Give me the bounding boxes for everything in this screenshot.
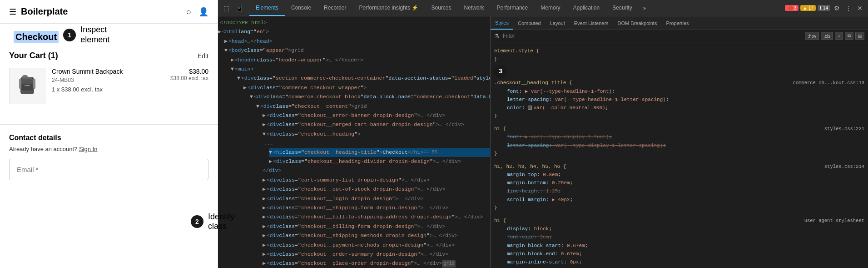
css-rule-headings: h1, h2, h3, h4, h5, h6 { styles.css:214 … bbox=[494, 160, 864, 212]
hamburger-icon[interactable]: ☰ bbox=[9, 7, 16, 17]
devtools-topbar: ⬚ 📱 Elements Console Recorder Performanc… bbox=[218, 0, 868, 16]
tab-security[interactable]: Security bbox=[606, 0, 638, 16]
account-icon[interactable]: 👤 bbox=[198, 7, 208, 17]
heading-title-source[interactable]: commerce-ch...kout.css:13 bbox=[793, 79, 864, 87]
css-prop-h1-font: font: ▶ var(--type-display-1-font); bbox=[501, 133, 864, 141]
elements-tree[interactable]: <!DOCTYPE html> ▶<html lang="en"> ▶<head… bbox=[218, 16, 490, 268]
styles-content: element.style { } 3 .checkout__heading-t… bbox=[491, 42, 868, 268]
storefront-panel: ☰ Boilerplate ⌕ 👤 Checkout 1 Inspectelem… bbox=[0, 0, 218, 268]
styles-tab-dom-breakpoints[interactable]: DOM Breakpoints bbox=[613, 16, 662, 30]
tab-network[interactable]: Network bbox=[458, 0, 491, 16]
css-prop-font: font: ▶ var(--type-headline-1-font); bbox=[501, 87, 864, 96]
styles-filter-input[interactable] bbox=[503, 33, 801, 39]
tree-body[interactable]: ▼<body class="appear"> grid bbox=[224, 46, 490, 55]
tree-html[interactable]: ▶<html lang="en"> bbox=[218, 27, 490, 36]
more-options-btn[interactable]: ⋮ bbox=[843, 3, 853, 14]
checkout-highlighted-text[interactable]: Checkout bbox=[14, 31, 59, 43]
styles-tab-event-listeners[interactable]: Event Listeners bbox=[570, 16, 613, 30]
cart-header: Your Cart (1) Edit bbox=[9, 51, 208, 61]
tree-billing-form[interactable]: ▶<div class="checkout__billing-form drop… bbox=[263, 222, 490, 231]
cart-section: Your Cart (1) Edit Crown Summit Backpack… bbox=[0, 42, 218, 122]
tree-heading[interactable]: ▼<div class="checkout__heading"> bbox=[263, 130, 490, 139]
styles-tab-styles[interactable]: Styles bbox=[491, 16, 513, 30]
cart-item-image bbox=[9, 68, 45, 104]
header-icons: ⌕ 👤 bbox=[186, 7, 208, 17]
svg-rect-5 bbox=[19, 79, 21, 89]
tree-header[interactable]: ▶<header class="header-wrapper"> … </hea… bbox=[231, 56, 490, 65]
more-tabs-button[interactable]: » bbox=[639, 5, 651, 11]
contact-title: Contact details bbox=[9, 134, 208, 142]
styles-filter-bar: ⚗ :hov .cls + ⧉ ⊞ bbox=[491, 30, 868, 42]
tree-login[interactable]: ▶<div class="checkout__login dropin-desi… bbox=[263, 194, 490, 203]
tree-order-summary[interactable]: ▶<div class="checkout__order-summary dro… bbox=[263, 250, 490, 259]
tab-application[interactable]: Application bbox=[567, 0, 606, 16]
tab-elements[interactable]: Elements bbox=[249, 0, 285, 16]
h1-selector: h1 { bbox=[494, 125, 506, 133]
tab-console[interactable]: Console bbox=[285, 0, 317, 16]
backpack-image bbox=[14, 72, 41, 100]
settings-btn[interactable]: ⚙ bbox=[832, 3, 842, 14]
tree-place-order[interactable]: ▶<div class="checkout__place-order dropi… bbox=[263, 259, 490, 268]
tree-main[interactable]: ▼<main> bbox=[231, 65, 490, 74]
styles-tab-properties[interactable]: Properties bbox=[661, 16, 693, 30]
tree-bill-to-ship[interactable]: ▶<div class="checkout__bill-to-shipping-… bbox=[263, 212, 490, 222]
elements-panel: <!DOCTYPE html> ▶<html lang="en"> ▶<head… bbox=[218, 16, 491, 268]
devtools-controls: ⬚ 📱 bbox=[218, 3, 249, 14]
sign-in-text: Already have an account? Sign In bbox=[9, 146, 208, 152]
tree-h1[interactable]: ▼<h1 class="checkout__heading-title">Che… bbox=[269, 148, 490, 157]
svg-rect-4 bbox=[25, 85, 30, 86]
inspect-tooltip: Checkout 1 Inspectelement bbox=[5, 25, 109, 45]
add-style-button[interactable]: + bbox=[835, 32, 843, 40]
tree-shipping-form[interactable]: ▶<div class="checkout__shipping-form dro… bbox=[263, 203, 490, 212]
styles-tab-computed[interactable]: Computed bbox=[513, 16, 546, 30]
css-prop-mie: margin-inline-end: 0px; bbox=[501, 266, 864, 268]
tree-shipping-methods[interactable]: ▶<div class="checkout__shipping-methods … bbox=[263, 231, 490, 240]
close-btn[interactable]: ✕ bbox=[855, 3, 864, 14]
tree-doctype[interactable]: <!DOCTYPE html> bbox=[218, 18, 490, 27]
tree-section[interactable]: ▼<div class="section commerce-checkout-c… bbox=[237, 74, 490, 83]
devtools-right-icons: 🔴 3 ▲ 17 ℹ 14 ⚙ ⋮ ✕ bbox=[781, 3, 868, 14]
contact-section: Contact details Already have an account?… bbox=[0, 124, 218, 187]
css-prop-mbs: margin-block-start: 0.67em; bbox=[501, 242, 864, 250]
info-badge: ℹ 14 bbox=[818, 5, 830, 11]
css-rule-h1-ua: h1 { user agent stylesheet display: bloc… bbox=[494, 214, 864, 268]
tab-performance-insights[interactable]: Performance insights ⚡ bbox=[352, 0, 425, 16]
tree-close-div1[interactable]: </div> bbox=[263, 166, 490, 175]
styles-tab-layout[interactable]: Layout bbox=[546, 16, 570, 30]
css-prop-h1-ls: letter-spacing: var(--type-display-1-let… bbox=[501, 142, 864, 150]
identify-label: Identifyclass bbox=[208, 212, 234, 232]
tree-block[interactable]: ▼<div class="commerce-checkout block" da… bbox=[250, 92, 490, 101]
css-prop-display: display: block; bbox=[501, 225, 864, 233]
h1-h6-source[interactable]: styles.css:214 bbox=[824, 163, 864, 171]
tab-performance[interactable]: Performance bbox=[491, 0, 535, 16]
tree-divider[interactable]: ▶<div class="checkout__heading-divider d… bbox=[269, 157, 490, 166]
tab-memory[interactable]: Memory bbox=[534, 0, 566, 16]
tab-sources[interactable]: Sources bbox=[425, 0, 457, 16]
tree-content[interactable]: ▼<div class="checkout__content"> grid bbox=[256, 102, 490, 111]
email-input[interactable] bbox=[9, 159, 208, 180]
tree-cart-summary[interactable]: ▶<div class="cart-summary-list dropin-de… bbox=[263, 176, 490, 185]
cart-title: Your Cart (1) bbox=[9, 51, 58, 61]
tree-payment-methods[interactable]: ▶<div class="checkout__payment-methods d… bbox=[263, 241, 490, 250]
devtools-tabs: Elements Console Recorder Performance in… bbox=[249, 0, 650, 16]
cls-button[interactable]: .cls bbox=[821, 32, 833, 40]
sign-in-link[interactable]: Sign In bbox=[79, 146, 97, 152]
tab-recorder[interactable]: Recorder bbox=[317, 0, 352, 16]
tree-head[interactable]: ▶<head> … </head> bbox=[224, 37, 490, 46]
search-icon[interactable]: ⌕ bbox=[186, 7, 191, 17]
tree-merged[interactable]: ▶<div class="checkout__merged-cart-banne… bbox=[263, 120, 490, 129]
inspect-mode-btn[interactable]: ⬚ bbox=[222, 3, 231, 14]
copy-style-button[interactable]: ⧉ bbox=[845, 32, 853, 40]
h1-source[interactable]: styles.css:221 bbox=[824, 125, 864, 133]
cart-edit-button[interactable]: Edit bbox=[198, 52, 208, 60]
tree-wrapper[interactable]: ▶<div class="commerce-checkout-wrapper"> bbox=[243, 83, 490, 92]
tree-out-of-stock[interactable]: ▶<div class="checkout__out-of-stock drop… bbox=[263, 185, 490, 194]
toggle-sidebar-button[interactable]: ⊞ bbox=[855, 32, 864, 40]
styles-panel: Styles Computed Layout Event Listeners D… bbox=[491, 16, 868, 268]
hov-button[interactable]: :hov bbox=[805, 32, 819, 40]
item-price-excl: $38.00 excl. tax bbox=[170, 75, 208, 81]
device-mode-btn[interactable]: 📱 bbox=[234, 3, 245, 14]
step3-badge: 3 bbox=[494, 65, 507, 78]
tree-error-banner[interactable]: ▶<div class="checkout__error-banner drop… bbox=[263, 111, 490, 120]
filter-icon: ⚗ bbox=[494, 33, 499, 39]
